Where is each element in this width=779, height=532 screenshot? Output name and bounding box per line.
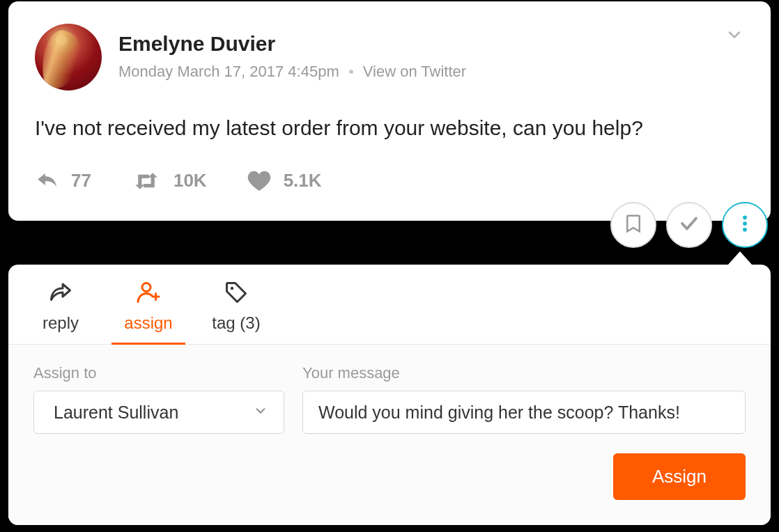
message-field: Your message xyxy=(302,364,746,434)
reply-count: 77 xyxy=(71,170,91,191)
author-block: Emelyne Duvier Monday March 17, 2017 4:4… xyxy=(118,24,466,81)
field-label: Your message xyxy=(302,364,746,382)
reply-stat[interactable]: 77 xyxy=(35,169,91,193)
view-on-source-link[interactable]: View on Twitter xyxy=(363,63,466,81)
assign-person-icon xyxy=(136,280,161,309)
svg-point-0 xyxy=(743,215,747,219)
tab-label: assign xyxy=(124,313,172,333)
assign-to-select[interactable]: Laurent Sullivan xyxy=(33,391,284,434)
separator-dot xyxy=(349,70,353,74)
svg-point-1 xyxy=(743,221,747,226)
svg-point-2 xyxy=(743,228,747,232)
check-icon xyxy=(679,213,700,237)
message-input[interactable] xyxy=(302,391,746,434)
avatar[interactable] xyxy=(35,24,102,91)
form-actions: Assign xyxy=(33,453,746,500)
tab-assign[interactable]: assign xyxy=(124,280,173,344)
retweet-stat[interactable]: 10K xyxy=(132,170,207,191)
popover-arrow xyxy=(727,251,753,265)
svg-point-3 xyxy=(142,283,151,292)
share-arrow-icon xyxy=(48,280,73,309)
field-label: Assign to xyxy=(33,364,284,382)
timestamp: Monday March 17, 2017 4:45pm xyxy=(118,63,339,81)
author-name[interactable]: Emelyne Duvier xyxy=(118,32,466,56)
heart-icon xyxy=(247,170,271,192)
more-vertical-icon xyxy=(734,213,755,237)
panel-tabs: reply assign tag (3) xyxy=(8,265,771,345)
message-header: Emelyne Duvier Monday March 17, 2017 4:4… xyxy=(35,24,744,91)
bookmark-button[interactable] xyxy=(610,202,656,248)
assign-to-selected-value: Laurent Sullivan xyxy=(54,402,178,423)
card-action-buttons xyxy=(610,202,768,248)
bookmark-icon xyxy=(623,213,644,237)
svg-point-6 xyxy=(231,287,234,290)
meta-line: Monday March 17, 2017 4:45pm View on Twi… xyxy=(118,63,466,81)
like-count: 5.1K xyxy=(284,170,322,191)
mark-done-button[interactable] xyxy=(666,202,712,248)
like-stat[interactable]: 5.1K xyxy=(247,170,322,192)
assign-to-field: Assign to Laurent Sullivan xyxy=(33,364,284,434)
more-actions-button[interactable] xyxy=(722,202,768,248)
chevron-down-icon xyxy=(725,35,744,47)
chevron-down-icon xyxy=(253,402,268,423)
retweet-icon xyxy=(132,171,161,191)
message-body: I've not received my latest order from y… xyxy=(35,114,744,143)
tab-reply[interactable]: reply xyxy=(36,280,85,344)
tag-icon xyxy=(224,280,249,309)
reply-icon xyxy=(35,169,59,193)
tab-label: reply xyxy=(43,313,79,333)
assign-form: Assign to Laurent Sullivan Your message … xyxy=(8,345,771,525)
message-card: Emelyne Duvier Monday March 17, 2017 4:4… xyxy=(8,1,771,221)
stats-row: 77 10K 5.1K xyxy=(35,169,744,193)
tab-label: tag (3) xyxy=(212,313,260,333)
action-panel: reply assign tag (3) Assign to Laurent S… xyxy=(8,265,771,525)
retweet-count: 10K xyxy=(173,170,207,191)
collapse-button[interactable] xyxy=(725,25,744,45)
tab-tag[interactable]: tag (3) xyxy=(212,280,261,344)
assign-submit-button[interactable]: Assign xyxy=(613,453,746,500)
